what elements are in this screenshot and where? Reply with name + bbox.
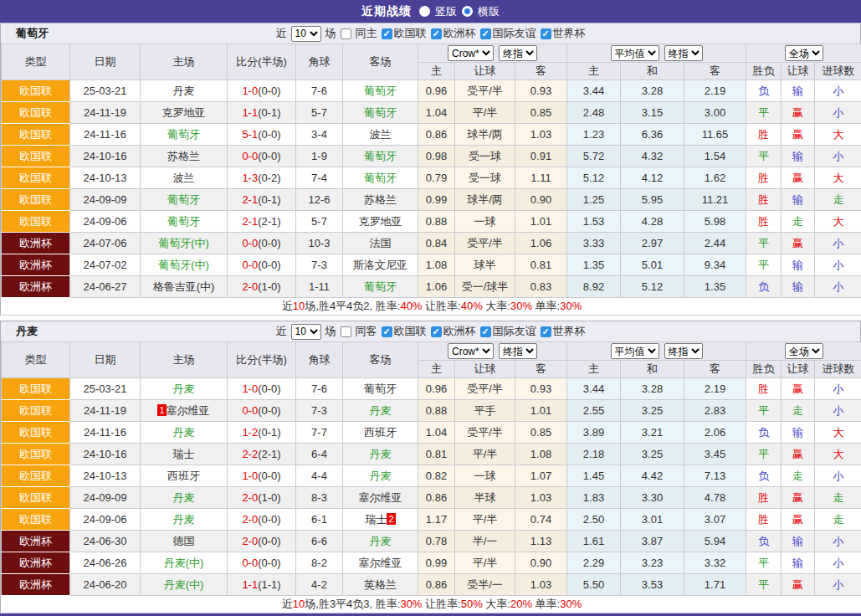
odds-provider-select[interactable]: Crow*: [448, 343, 494, 359]
result-goals: 小: [815, 465, 861, 487]
home-team: 瑞士: [141, 444, 228, 465]
result-outcome: 负: [746, 531, 782, 552]
corner-count: 7-3: [296, 254, 343, 276]
final-odds-select[interactable]: 终指: [499, 45, 537, 61]
same-venue-label: 同客: [356, 324, 377, 339]
avg-home-odds: 1.83: [567, 487, 621, 509]
result-outcome: 负: [746, 422, 782, 444]
score: 2-2(2-1): [228, 444, 296, 465]
friendly-checkbox[interactable]: [480, 326, 491, 337]
sub-header-outcome: 胜负: [746, 361, 782, 378]
odds-provider-select[interactable]: Crow*: [448, 45, 494, 61]
avg-away-odds: 3.00: [684, 102, 746, 124]
away-team: 苏格兰: [343, 189, 418, 211]
avg-final-odds-select[interactable]: 终指: [664, 45, 703, 61]
handicap-away-odds: 0.90: [515, 552, 567, 574]
handicap-line: 平/半: [455, 509, 515, 531]
result-handicap: 输: [782, 422, 815, 444]
world-cup-checkbox[interactable]: [541, 326, 551, 337]
home-team: 丹麦: [141, 422, 228, 444]
sub-header-handicap-result: 让球: [782, 63, 815, 80]
match-date: 24-10-13: [70, 465, 141, 487]
match-date: 25-03-21: [70, 80, 141, 102]
handicap-line: 平/半: [455, 444, 515, 465]
away-team: 西班牙: [343, 422, 418, 444]
nations-league-checkbox[interactable]: [382, 326, 392, 337]
home-team: 丹麦: [141, 378, 228, 400]
result-handicap: 赢: [782, 102, 815, 124]
score: 2-0(1-0): [228, 487, 296, 509]
competition-filter: 欧国联: [380, 26, 427, 41]
final-odds-select[interactable]: 终指: [499, 343, 537, 359]
avg-final-odds-select[interactable]: 终指: [664, 343, 703, 359]
competition-filter: 世界杯: [539, 324, 586, 339]
away-team: 塞尔维亚: [343, 487, 418, 509]
corner-count: 6-1: [296, 509, 343, 531]
team-name: 丹麦: [370, 448, 392, 460]
fulltime-score: 2-0: [242, 535, 258, 547]
result-goals: 小: [815, 276, 861, 298]
handicap-home-odds: 0.86: [418, 487, 455, 509]
avg-away-odds: 3.45: [684, 444, 746, 465]
full-match-select[interactable]: 全场: [785, 343, 823, 359]
avg-away-odds: 1.62: [684, 167, 746, 189]
horizontal-layout-radio[interactable]: [462, 6, 473, 17]
world-cup-checkbox[interactable]: [541, 28, 551, 39]
corner-count: 4-2: [296, 574, 343, 596]
result-handicap: 走: [782, 465, 815, 487]
friendly-checkbox[interactable]: [480, 28, 491, 39]
sub-header-handicap-result: 让球: [782, 361, 815, 378]
handicap-home-odds: 0.96: [418, 378, 455, 400]
handicap-away-odds: 1.01: [515, 211, 567, 233]
summary-segment: 场,胜3平4负3, 胜率:: [305, 598, 400, 610]
handicap-home-odds: 1.06: [418, 276, 455, 298]
handicap-away-odds: 0.90: [515, 189, 567, 211]
euro-cup-checkbox[interactable]: [431, 28, 442, 39]
same-venue-checkbox[interactable]: [341, 326, 351, 337]
avg-home-odds: 2.55: [567, 400, 621, 422]
sub-header-outcome: 胜负: [746, 63, 782, 80]
fulltime-score: 1-0: [242, 382, 258, 395]
team-name: 葡萄牙: [364, 106, 397, 119]
same-venue-checkbox[interactable]: [341, 28, 351, 39]
filter-bar: 近 10 场 同客 欧国联 欧洲杯 国际友谊 世界杯: [276, 324, 586, 340]
team-name: 瑞士: [173, 448, 195, 460]
team-name: 英格兰: [364, 578, 397, 591]
result-outcome: 平: [746, 574, 782, 596]
recent-count-select[interactable]: 10: [291, 324, 321, 340]
result-outcome: 平: [746, 552, 782, 574]
handicap-line: 受一/球半: [455, 276, 515, 298]
average-odds-group: 平均值终指: [567, 44, 746, 63]
summary-segment: 场,胜4平4负2, 胜率:: [305, 300, 400, 312]
recent-count-select[interactable]: 10: [291, 26, 321, 42]
avg-draw-odds: 5.01: [621, 254, 684, 276]
avg-draw-odds: 2.97: [621, 233, 684, 254]
summary-segment: 单率:: [532, 300, 560, 312]
handicap-line: 半球: [455, 487, 515, 509]
corner-count: 7-3: [296, 400, 343, 422]
vertical-layout-radio[interactable]: [419, 6, 430, 17]
team-name: 葡萄牙: [364, 172, 397, 184]
full-match-select[interactable]: 全场: [785, 45, 823, 61]
euro-cup-checkbox[interactable]: [431, 326, 442, 337]
handicap-home-odds: 0.99: [418, 189, 455, 211]
avg-draw-odds: 3.87: [621, 531, 684, 552]
match-row: 欧国联24-11-191塞尔维亚0-0(0-0)7-3丹麦0.88平手1.012…: [2, 400, 861, 422]
team-filter-row: 丹麦 近 10 场 同客 欧国联 欧洲杯 国际友谊 世界杯: [1, 321, 860, 341]
handicap-line: 平/半: [455, 552, 515, 574]
handicap-away-odds: 1.06: [515, 233, 567, 254]
away-team: 塞尔维亚: [343, 552, 418, 574]
sub-header-home-odds: 主: [418, 361, 455, 378]
match-date: 24-11-19: [70, 102, 141, 124]
result-outcome: 胜: [746, 167, 782, 189]
match-date: 25-03-21: [70, 378, 141, 400]
team-name: 斯洛文尼亚: [353, 259, 407, 271]
avg-odds-select[interactable]: 平均值: [611, 343, 659, 359]
recent-matches-table: 类型 日期 主场 比分(半场) 角球 客场 Crow*终指 平均值终指 全场 主…: [1, 44, 861, 316]
section-team-name: 丹麦: [16, 324, 38, 339]
home-team: 丹麦: [141, 509, 228, 531]
nations-league-checkbox[interactable]: [382, 28, 392, 39]
avg-odds-select[interactable]: 平均值: [611, 45, 659, 61]
handicap-away-odds: 0.85: [515, 422, 567, 444]
result-outcome: 平: [746, 254, 782, 276]
